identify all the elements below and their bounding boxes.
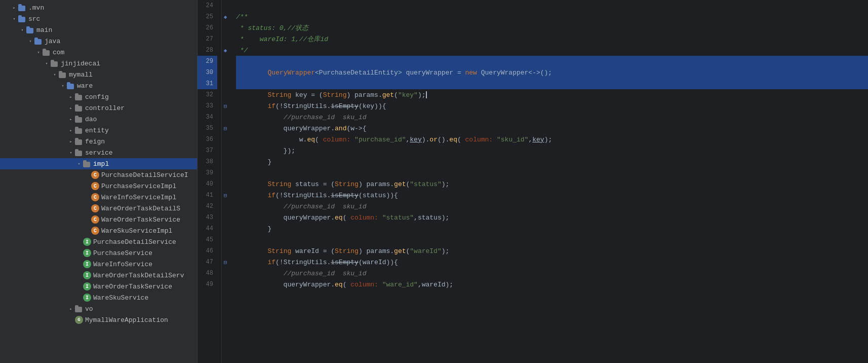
class-icon-2: C — [91, 182, 99, 190]
code-span: new — [465, 69, 477, 77]
line-num-42: 42 — [198, 201, 217, 212]
code-span — [477, 69, 481, 77]
code-span: } — [236, 225, 271, 233]
tree-item-MymallWareApplication[interactable]: G MymallWareApplication — [0, 314, 197, 325]
folder-icon-src — [18, 15, 26, 22]
tree-item-main[interactable]: main — [0, 24, 197, 35]
arrow-mvn — [10, 5, 18, 11]
code-line-41: if(!StringUtils.isEmpty(status)){ — [236, 190, 868, 201]
folder-icon-feign — [75, 138, 83, 145]
code-span: key — [532, 136, 544, 143]
folder-icon-impl — [83, 160, 91, 167]
gutter-30 — [222, 67, 229, 78]
tree-label-PurchaseDetailService: PurchaseDetailService — [93, 238, 176, 246]
code-content[interactable]: /** * status: 0,//状态 * wareId: 1,//仓库id … — [230, 0, 868, 363]
folder-icon-main — [26, 26, 34, 33]
tree-item-jinjidecai[interactable]: jinjidecai — [0, 58, 197, 69]
tree-item-impl[interactable]: impl — [0, 158, 197, 169]
code-line-30: QueryWrapper<PurchaseDetailEntity> query… — [236, 67, 868, 78]
tree-item-PurchaseService[interactable]: I PurchaseService — [0, 247, 197, 259]
code-span: ( — [394, 91, 398, 99]
code-span: ( — [406, 247, 410, 255]
tree-label-service: service — [85, 149, 113, 157]
code-span: (status)){ — [359, 192, 398, 199]
code-span: ) params. — [359, 247, 394, 255]
tree-item-controller[interactable]: controller — [0, 102, 197, 114]
gutter-43 — [222, 212, 229, 223]
line-num-33: 33 — [198, 100, 217, 112]
code-span: /** — [236, 13, 248, 21]
code-span: StringUtils. — [284, 192, 331, 199]
tree-item-WareOrderTaskServiceI[interactable]: I WareOrderTaskService — [0, 281, 197, 292]
code-span: ( — [343, 214, 351, 222]
arrow-impl — [75, 161, 83, 167]
tree-item-PurchaseDetailServiceI[interactable]: C PurchaseDetailServiceI — [0, 169, 197, 180]
tree-item-com[interactable]: com — [0, 47, 197, 58]
tree-item-PurchaseDetailService[interactable]: I PurchaseDetailService — [0, 236, 197, 247]
tree-item-WareInfoServiceImpl[interactable]: C WareInfoServiceImpl — [0, 192, 197, 203]
tree-item-config[interactable]: config — [0, 91, 197, 102]
code-span — [378, 281, 382, 288]
text-cursor — [426, 91, 427, 98]
tree-item-ware[interactable]: ware — [0, 80, 197, 91]
arrow-feign — [67, 139, 75, 144]
iface-icon-3: I — [83, 260, 91, 268]
tree-item-mymall[interactable]: mymall — [0, 69, 197, 80]
code-span: column: — [350, 281, 378, 288]
tree-item-src[interactable]: src — [0, 13, 197, 24]
code-span: column: — [323, 136, 351, 143]
code-span: if — [267, 102, 275, 110]
code-line-39 — [236, 167, 868, 178]
code-span: */ — [236, 47, 248, 54]
tree-label-dao: dao — [85, 116, 97, 123]
code-span: //purchase_id sku_id — [284, 203, 367, 210]
line-num-34: 34 — [198, 112, 217, 123]
tree-item-PurchaseServiceImpl[interactable]: C PurchaseServiceImpl — [0, 180, 197, 192]
iface-icon-6: I — [83, 294, 91, 302]
file-tree[interactable]: .mvn src main java com jinjidecai — [0, 0, 198, 363]
tree-item-WareInfoService[interactable]: I WareInfoService — [0, 259, 197, 270]
line-num-40: 40 — [198, 178, 217, 190]
tree-label-WareSkuService: WareSkuService — [93, 294, 148, 302]
code-line-29 — [236, 56, 868, 67]
tree-item-feign[interactable]: feign — [0, 136, 197, 147]
code-line-32: String key = (String) params.get("key"); — [236, 89, 868, 100]
tree-item-dao[interactable]: dao — [0, 114, 197, 125]
tree-item-mvn[interactable]: .mvn — [0, 2, 197, 13]
gutter-32 — [222, 89, 229, 100]
folder-icon-mvn — [18, 4, 26, 11]
code-span: StringUtils. — [284, 259, 331, 266]
code-span: (! — [275, 259, 284, 266]
code-span: queryWrapper. — [236, 214, 335, 222]
code-span: "status" — [410, 180, 441, 188]
tree-item-WareSkuServiceImpl[interactable]: C WareSkuServiceImpl — [0, 225, 197, 236]
code-line-48: //purchase_id sku_id — [236, 268, 868, 279]
code-line-38: } — [236, 156, 868, 167]
tree-item-WareOrderTaskDetailServ[interactable]: I WareOrderTaskDetailServ — [0, 270, 197, 281]
tree-item-WareSkuService[interactable]: I WareSkuService — [0, 292, 197, 303]
arrow-ware — [59, 83, 67, 89]
tree-item-WareOrderTaskDetailS[interactable]: C WareOrderTaskDetailS — [0, 203, 197, 214]
tree-item-service[interactable]: service — [0, 147, 197, 158]
line-num-32: 32 — [198, 89, 217, 100]
code-span: //purchase_id sku_id — [284, 114, 367, 121]
tree-item-entity[interactable]: entity — [0, 125, 197, 136]
line-num-38: 38 — [198, 156, 217, 167]
folder-icon-jinjidecai — [51, 60, 59, 67]
folder-icon-service — [75, 149, 83, 156]
code-span — [236, 259, 267, 266]
code-span: eq — [307, 136, 315, 143]
code-span: (). — [438, 136, 449, 143]
tree-label-WareSkuServiceImpl: WareSkuServiceImpl — [101, 227, 172, 235]
code-span: QueryWrapper — [267, 69, 315, 77]
code-line-36: w.eq( column: "purchase_id",key).or().eq… — [236, 134, 868, 145]
tree-label-vo: vo — [85, 305, 93, 313]
code-span: "status" — [382, 214, 414, 222]
tree-item-WareOrderTaskServiceC[interactable]: C WareOrderTaskService — [0, 214, 197, 225]
tree-item-java[interactable]: java — [0, 35, 197, 47]
gutter-36 — [222, 134, 229, 145]
tree-label-controller: controller — [85, 104, 125, 112]
line-num-35: 35 — [198, 123, 217, 134]
line-num-28: 28 — [198, 45, 217, 56]
tree-item-vo[interactable]: vo — [0, 303, 197, 314]
